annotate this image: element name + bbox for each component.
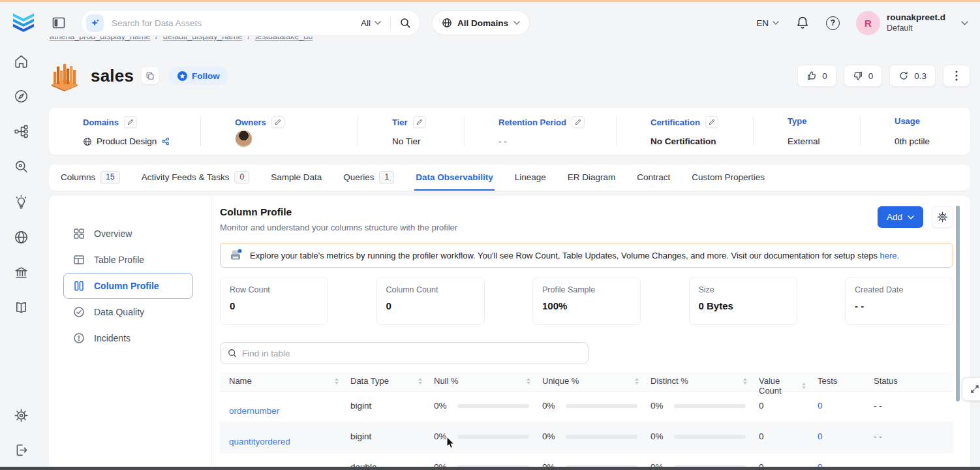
col-header-status: Status: [874, 372, 953, 386]
tab-count-badge: 1: [379, 171, 394, 183]
tab-sample-data[interactable]: Sample Data: [269, 164, 323, 191]
upvote-button[interactable]: 0: [797, 65, 836, 87]
user-team: Default: [887, 24, 945, 34]
col-header-tests: Tests: [818, 372, 874, 386]
home-icon[interactable]: [14, 54, 29, 69]
grid-icon: [73, 228, 85, 240]
col-header-data-type[interactable]: Data Type: [350, 372, 434, 386]
tab-activity-feeds[interactable]: Activity Feeds & Tasks0: [140, 164, 251, 191]
profiler-settings-button[interactable]: [932, 206, 953, 228]
search-icon[interactable]: [400, 18, 410, 28]
language-dropdown[interactable]: EN: [756, 18, 779, 28]
tab-contract[interactable]: Contract: [635, 164, 671, 191]
global-search-bar[interactable]: All: [81, 10, 420, 36]
sort-icon[interactable]: [335, 378, 339, 384]
sort-icon[interactable]: [635, 378, 639, 384]
col-header-distinct-pct[interactable]: Distinct %: [651, 372, 759, 386]
nav-item-column-profile[interactable]: Column Profile: [63, 273, 193, 299]
lineage-network-icon[interactable]: [14, 124, 29, 139]
follow-button[interactable]: Follow: [169, 67, 228, 85]
tab-queries[interactable]: Queries1: [342, 164, 395, 191]
window-bottom-edge: [0, 467, 980, 470]
find-in-table-input[interactable]: [242, 349, 581, 358]
table-icon: [73, 254, 85, 266]
explore-compass-icon[interactable]: [14, 89, 29, 104]
tests-link[interactable]: 0: [818, 422, 874, 441]
edit-retention-button[interactable]: [572, 116, 585, 128]
sort-icon[interactable]: [802, 383, 806, 389]
version-button[interactable]: 0.3: [889, 65, 936, 87]
column-name-link[interactable]: [220, 453, 350, 467]
panel-scrollbar[interactable]: [956, 206, 960, 401]
govern-bank-icon[interactable]: [14, 265, 29, 280]
section-subtitle: Monitor and understand your columns stru…: [220, 223, 457, 232]
sort-icon[interactable]: [743, 378, 747, 384]
insights-lightbulb-icon[interactable]: [14, 195, 29, 210]
nav-item-overview[interactable]: Overview: [63, 221, 193, 247]
edit-tier-button[interactable]: [413, 116, 426, 128]
edit-domains-button[interactable]: [124, 116, 137, 128]
sort-icon[interactable]: [418, 378, 422, 384]
tab-custom-properties[interactable]: Custom Properties: [690, 164, 766, 191]
divider: [390, 16, 391, 29]
copy-name-button[interactable]: [142, 67, 159, 84]
help-icon[interactable]: ?: [826, 16, 840, 30]
banner-here-link[interactable]: here.: [880, 251, 900, 260]
breadcrumb-item[interactable]: testdatalake_db: [255, 37, 313, 41]
tab-columns[interactable]: Columns15: [59, 164, 121, 191]
col-header-unique-pct[interactable]: Unique %: [542, 372, 651, 386]
ai-sparkle-icon[interactable]: [86, 14, 104, 32]
chevron-down-icon: [513, 21, 520, 25]
tab-data-observability[interactable]: Data Observability: [414, 164, 495, 191]
user-menu[interactable]: R rounakpreet.d Default: [856, 11, 968, 35]
breadcrumb-item[interactable]: default_display_name: [163, 37, 243, 41]
notifications-bell-icon[interactable]: [795, 16, 810, 30]
edit-owners-button[interactable]: [271, 116, 284, 128]
downvote-button[interactable]: 0: [844, 65, 883, 87]
col-header-null-pct[interactable]: Null %: [434, 372, 542, 386]
domain-link-icon[interactable]: [161, 137, 170, 146]
column-name-link[interactable]: quantityordered: [220, 422, 350, 446]
edit-certification-button[interactable]: [705, 116, 718, 128]
column-name-link[interactable]: ordernumber: [220, 392, 350, 416]
settings-gear-icon[interactable]: [14, 408, 29, 423]
chevron-down-icon: [375, 21, 381, 25]
tab-er-diagram[interactable]: ER Diagram: [566, 164, 617, 191]
find-in-table-search[interactable]: [220, 342, 589, 364]
status-cell: - -: [874, 422, 953, 441]
nav-item-table-profile[interactable]: Table Profile: [63, 247, 193, 273]
check-circle-icon: [73, 306, 85, 318]
collapse-panel-button[interactable]: [962, 377, 980, 401]
add-button[interactable]: Add: [878, 206, 923, 228]
unique-pct-cell: 0%: [542, 422, 651, 441]
tests-link[interactable]: 0: [818, 392, 874, 411]
distinct-pct-cell: 0%: [651, 392, 759, 411]
sort-icon[interactable]: [527, 378, 530, 384]
stat-card-size: Size 0 Bytes: [689, 277, 797, 325]
all-domains-dropdown[interactable]: All Domains: [432, 10, 530, 35]
progress-track: [566, 404, 637, 408]
observability-search-icon[interactable]: [14, 159, 29, 174]
domain-value[interactable]: Product Design: [97, 136, 157, 146]
sidebar-toggle-icon[interactable]: [52, 16, 65, 29]
col-header-name[interactable]: Name: [220, 372, 350, 386]
tab-lineage[interactable]: Lineage: [513, 164, 547, 191]
metadata-owners: Owners: [200, 116, 358, 146]
owner-avatar[interactable]: [235, 130, 253, 148]
section-title: Column Profile: [220, 206, 457, 218]
domains-globe-icon[interactable]: [14, 230, 29, 245]
nav-item-incidents[interactable]: Incidents: [63, 325, 193, 351]
more-options-button[interactable]: [943, 65, 970, 87]
profiler-side-nav: Overview Table Profile Column Profile Da…: [49, 196, 212, 470]
profiler-info-banner: Explore your table's metrics by running …: [220, 243, 953, 268]
app-logo-icon[interactable]: [12, 12, 35, 34]
search-scope-dropdown[interactable]: All: [361, 18, 381, 28]
search-input[interactable]: [112, 18, 361, 28]
logout-icon[interactable]: [14, 443, 29, 458]
progress-track: [674, 435, 746, 439]
null-pct-cell: 0%: [434, 392, 542, 411]
breadcrumb-item[interactable]: athena_prod_display_name: [50, 37, 150, 41]
glossary-book-icon[interactable]: [14, 300, 29, 315]
tab-count-badge: 0: [234, 171, 249, 183]
nav-item-data-quality[interactable]: Data Quality: [63, 299, 193, 325]
